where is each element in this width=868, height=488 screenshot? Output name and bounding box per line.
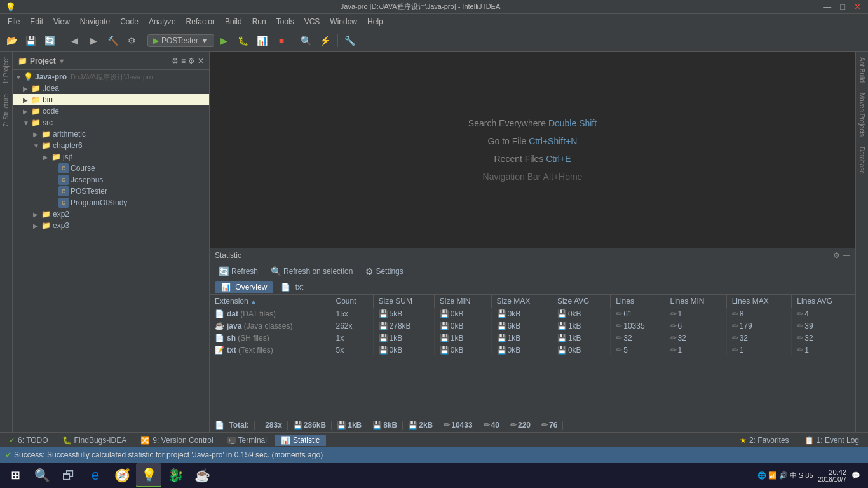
refresh-button[interactable]: 🔄 Refresh [215, 265, 262, 278]
taskbar-search[interactable]: 🔍 [29, 463, 55, 487]
menu-refactor[interactable]: Refactor [181, 16, 220, 27]
toolbar-save-btn[interactable]: 💾 [22, 32, 39, 50]
stat-tabs: 📊 Overview 📄 txt [210, 280, 855, 295]
toolbar-sep4 [337, 34, 338, 47]
ext-sh: 📄sh (SH files) [210, 332, 330, 344]
tree-item-src[interactable]: ▼ 📁 src [13, 117, 209, 128]
col-linesmax[interactable]: Lines MAX [726, 295, 792, 308]
status-bar: ✔ Success: Successfully calculated stati… [0, 447, 868, 463]
tab-favorites[interactable]: ★ 2: Favorites [733, 435, 796, 446]
toolbar-rebuild-btn[interactable]: ⚙ [123, 32, 140, 50]
tree-item-programofstudy[interactable]: C ProgramOfStudy [13, 197, 209, 208]
tree-item-course[interactable]: C Course [13, 163, 209, 174]
toolbar-forward-btn[interactable]: ▶ [85, 32, 102, 50]
tree-item-bin[interactable]: ▶ 📁 bin [13, 94, 209, 105]
menu-analyze[interactable]: Analyze [144, 16, 181, 27]
tab-todo[interactable]: ✓ 6: TODO [3, 435, 55, 446]
tree-item-jsjf[interactable]: ▶ 📁 jsjf [13, 151, 209, 163]
taskbar-java[interactable]: ☕ [189, 463, 215, 487]
hint-nav: Navigation Bar Alt+Home [483, 172, 583, 182]
tab-txt[interactable]: 📄 txt [275, 281, 309, 293]
tree-item-arithmetic[interactable]: ▶ 📁 arithmetic [13, 128, 209, 140]
col-lines[interactable]: Lines [611, 295, 665, 308]
run-button[interactable]: ▶ [215, 32, 233, 50]
menu-run[interactable]: Run [247, 16, 271, 27]
minimize-button[interactable]: — [821, 2, 833, 11]
database-label[interactable]: Database [857, 142, 867, 179]
tab-terminal[interactable]: ›_ Terminal [221, 435, 273, 446]
refresh-selection-button[interactable]: 🔍 Refresh on selection [267, 265, 356, 278]
toolbar-sync-btn[interactable]: 🔄 [41, 32, 58, 50]
settings-button[interactable]: ⚙ Settings [362, 265, 407, 278]
content-area: Search Everywhere Double Shift Go to Fil… [210, 52, 855, 432]
statistic-minimize-icon[interactable]: — [843, 251, 850, 260]
taskbar-dragon[interactable]: 🐉 [163, 463, 188, 487]
tab-statistic[interactable]: 📊 Statistic [275, 435, 326, 446]
col-linesavg[interactable]: Lines AVG [792, 295, 855, 308]
panel-settings-icon[interactable]: ⚙ [172, 57, 179, 65]
run-coverage-btn[interactable]: 📊 [254, 32, 271, 50]
ant-build-label[interactable]: Ant Build [857, 52, 867, 88]
footer-linesmax: ✏220 [505, 421, 536, 430]
toolbar-back-btn[interactable]: ◀ [65, 32, 83, 50]
col-sizeavg[interactable]: Size AVG [552, 295, 610, 308]
panel-layout-icon[interactable]: ≡ [181, 57, 186, 65]
right-side-strip: Ant Build Maven Projects Database [855, 52, 868, 432]
tab-eventlog[interactable]: 📋 1: Event Log [798, 435, 865, 446]
menu-vcs[interactable]: VCS [299, 16, 325, 27]
col-sizesum[interactable]: Size SUM [373, 295, 434, 308]
menu-view[interactable]: View [48, 16, 75, 27]
debug-button[interactable]: 🐛 [234, 32, 252, 50]
col-linesmin[interactable]: Lines MIN [665, 295, 726, 308]
col-sizemax[interactable]: Size MAX [491, 295, 552, 308]
tree-item-josephus[interactable]: C Josephus [13, 174, 209, 186]
col-extension[interactable]: Extension ▲ [210, 295, 330, 308]
menu-edit[interactable]: Edit [25, 16, 48, 27]
maximize-button[interactable]: □ [838, 2, 847, 11]
taskbar-compass[interactable]: 🧭 [109, 463, 135, 487]
tree-item-javaproj[interactable]: ▼ 💡 Java-pro D:\JAVA程序设计\Java-pro [13, 71, 209, 83]
tab-findbugs[interactable]: 🐛 FindBugs-IDEA [56, 435, 133, 446]
statistic-settings-icon[interactable]: ⚙ [833, 251, 840, 260]
stop-button[interactable]: ■ [273, 32, 290, 50]
toolbar-extra3[interactable]: 🔧 [341, 32, 359, 50]
toolbar-extra1[interactable]: 🔍 [297, 32, 315, 50]
footer-count: 283x [260, 421, 288, 430]
tree-item-chapter6[interactable]: ▼ 📁 chapter6 [13, 140, 209, 151]
footer-sizemin: 💾1kB [332, 421, 367, 430]
close-button[interactable]: ✕ [852, 2, 863, 11]
menu-file[interactable]: File [3, 16, 25, 27]
run-config-selector[interactable]: ▶ POSTester ▼ [147, 34, 214, 47]
taskbar-task-view[interactable]: 🗗 [56, 463, 81, 487]
start-button[interactable]: ⊞ [3, 463, 28, 488]
tree-item-postester[interactable]: C POSTester [13, 186, 209, 197]
menu-tools[interactable]: Tools [271, 16, 299, 27]
maven-label[interactable]: Maven Projects [857, 88, 867, 142]
taskbar-notification[interactable]: 💬 [851, 471, 860, 480]
menu-build[interactable]: Build [220, 16, 247, 27]
tree-item-idea[interactable]: ▶ 📁 .idea [13, 83, 209, 94]
menu-window[interactable]: Window [325, 16, 362, 27]
menu-navigate[interactable]: Navigate [75, 16, 115, 27]
structure-side-label[interactable]: 7: Structure [1, 89, 11, 132]
project-side-label[interactable]: 1: Project [1, 52, 11, 89]
col-sizemin[interactable]: Size MIN [434, 295, 491, 308]
panel-gear-icon[interactable]: ⚙ [188, 57, 195, 65]
hint-recent: Recent Files Ctrl+E [494, 154, 571, 164]
col-count[interactable]: Count [330, 295, 373, 308]
tab-vcs[interactable]: 🔀 9: Version Control [134, 435, 219, 446]
toolbar-open-btn[interactable]: 📂 [3, 32, 20, 50]
table-row: ☕java (Java classes) 262x💾278kB 💾0kB 💾6k… [210, 320, 855, 332]
panel-close-icon[interactable]: ✕ [198, 57, 204, 65]
tree-item-exp3[interactable]: ▶ 📁 exp3 [13, 220, 209, 231]
tree-item-exp2[interactable]: ▶ 📁 exp2 [13, 208, 209, 220]
taskbar-intellij[interactable]: 💡 [136, 463, 161, 487]
footer-lines: ✏10433 [438, 421, 478, 430]
menu-help[interactable]: Help [362, 16, 388, 27]
toolbar-extra2[interactable]: ⚡ [316, 32, 334, 50]
menu-code[interactable]: Code [115, 16, 144, 27]
toolbar-build-btn[interactable]: 🔨 [104, 32, 121, 50]
tree-item-code[interactable]: ▶ 📁 code [13, 105, 209, 117]
tab-overview[interactable]: 📊 Overview [215, 281, 273, 293]
taskbar-edge[interactable]: e [83, 463, 108, 487]
